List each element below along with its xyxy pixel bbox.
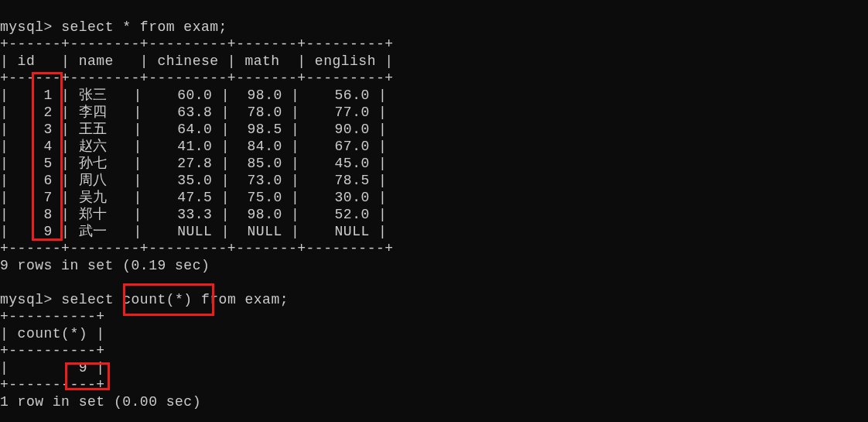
sql-query-2: select count(*) from exam;: [61, 292, 289, 307]
table1-header: | id | name | chinese | math | english |: [0, 53, 394, 69]
table1-border: +------+--------+---------+-------+-----…: [0, 70, 394, 86]
table1-border: +------+--------+---------+-------+-----…: [0, 36, 394, 52]
table2-header: | count(*) |: [0, 326, 105, 341]
table-row: | 2 | 李四 | 63.8 | 78.0 | 77.0 |: [0, 105, 387, 120]
result-status: 9 rows in set (0.19 sec): [0, 258, 210, 273]
table-row: | 1 | 张三 | 60.0 | 98.0 | 56.0 |: [0, 87, 387, 103]
table2-border: +----------+: [0, 309, 105, 324]
table2-border: +----------+: [0, 377, 105, 393]
table1-border: +------+--------+---------+-------+-----…: [0, 241, 394, 256]
table2-border: +----------+: [0, 343, 105, 359]
table-row: | 9 |: [0, 360, 105, 376]
table-row: | 9 | 武一 | NULL | NULL | NULL |: [0, 224, 387, 239]
table-row: | 7 | 吴九 | 47.5 | 75.0 | 30.0 |: [0, 190, 387, 205]
table-row: | 8 | 郑十 | 33.3 | 98.0 | 52.0 |: [0, 207, 387, 222]
prompt: mysql> select * from exam;: [0, 19, 227, 35]
table-row: | 5 | 孙七 | 27.8 | 85.0 | 45.0 |: [0, 156, 387, 171]
table-row: | 4 | 赵六 | 41.0 | 84.0 | 67.0 |: [0, 139, 387, 154]
table-row: | 6 | 周八 | 35.0 | 73.0 | 78.5 |: [0, 173, 387, 188]
prompt: mysql> select count(*) from exam;: [0, 292, 289, 307]
sql-query-1: select * from exam;: [61, 19, 227, 35]
table-row: | 3 | 王五 | 64.0 | 98.5 | 90.0 |: [0, 122, 387, 137]
result-status: 1 row in set (0.00 sec): [0, 394, 201, 410]
terminal-output: mysql> select * from exam; +------+-----…: [0, 0, 868, 410]
